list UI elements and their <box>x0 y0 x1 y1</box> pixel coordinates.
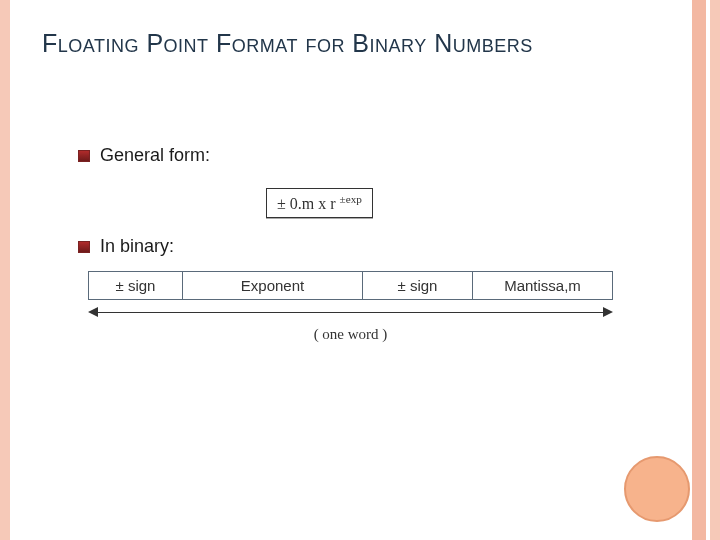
word-span-arrow <box>88 306 613 320</box>
arrow-shaft <box>96 312 605 313</box>
field-sign2: ± sign <box>363 271 473 300</box>
decor-stripe-inner-right <box>692 0 706 540</box>
formula-pm1: ± <box>277 195 286 212</box>
decor-circle-icon <box>624 456 690 522</box>
field-exponent: Exponent <box>183 271 363 300</box>
bullet-general-form: General form: <box>78 145 660 166</box>
formula-exp: exp <box>346 193 362 205</box>
field-mantissa: Mantissa,m <box>473 271 613 300</box>
bullet-icon <box>78 241 90 253</box>
word-caption: ( one word ) <box>88 326 613 343</box>
formula-box: ± 0.m x r ±exp <box>266 188 373 218</box>
bullet-label: In binary: <box>100 236 174 257</box>
decor-stripe-left <box>0 0 10 540</box>
word-layout-table: ± sign Exponent ± sign Mantissa,m <box>88 271 660 300</box>
bullet-in-binary: In binary: <box>78 236 660 257</box>
arrow-right-icon <box>603 307 613 317</box>
field-sign1: ± sign <box>88 271 183 300</box>
bullet-icon <box>78 150 90 162</box>
slide-content: General form: ± 0.m x r ±exp In binary: … <box>78 145 660 343</box>
decor-stripe-right <box>710 0 720 540</box>
slide-title: Floating Point Format for Binary Numbers <box>42 28 533 58</box>
bullet-label: General form: <box>100 145 210 166</box>
formula-body: 0.m x r <box>286 195 340 212</box>
